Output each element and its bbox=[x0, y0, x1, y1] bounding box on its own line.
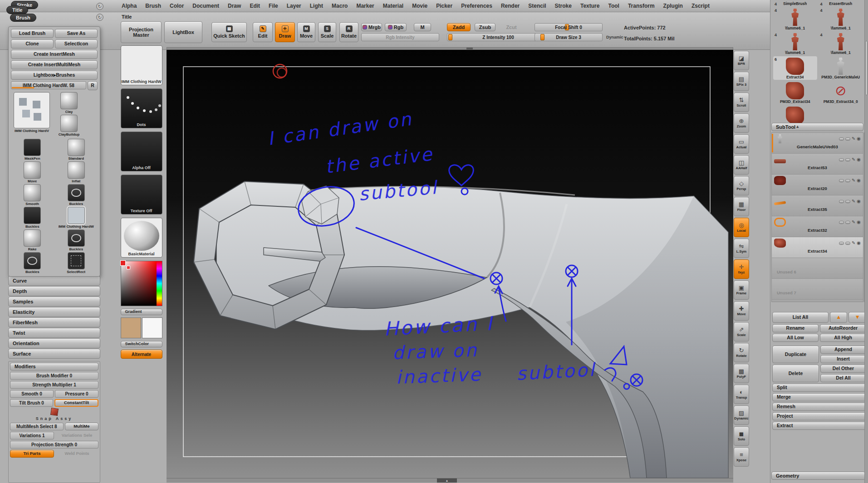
zsub-button[interactable]: Zsub bbox=[475, 23, 495, 31]
tool-item[interactable]: PM3D_Extract34 bbox=[773, 81, 817, 104]
shelf-button[interactable]: ⇅ Scroll bbox=[734, 93, 749, 112]
multimesh-select-slider[interactable]: MultiMesh Select 8 bbox=[10, 423, 64, 430]
subtool-row[interactable]: ✎ ◉ Unused 7 bbox=[772, 279, 863, 300]
menu-item[interactable]: Document bbox=[192, 3, 219, 9]
brush-item[interactable]: Buckles bbox=[56, 229, 96, 251]
eye-icon[interactable]: ◉ bbox=[857, 157, 861, 162]
move-button[interactable]: MMove bbox=[297, 22, 315, 42]
eye-icon[interactable]: ◉ bbox=[857, 241, 861, 245]
menu-item[interactable]: Draw bbox=[228, 3, 241, 9]
menu-item[interactable]: Tool bbox=[608, 3, 619, 9]
duplicate-button[interactable]: Duplicate bbox=[772, 346, 819, 363]
scale-button[interactable]: SScale bbox=[318, 22, 336, 42]
modifiers-header[interactable]: Modifiers bbox=[10, 363, 98, 371]
smooth-slider[interactable]: Smooth 0 bbox=[10, 390, 54, 398]
mrgb-button[interactable]: Mrgb bbox=[361, 23, 382, 31]
subtool-up-button[interactable]: ▲ bbox=[830, 312, 848, 323]
tool-item[interactable]: 4 \famme6_1 bbox=[819, 32, 863, 55]
section-header-button[interactable]: Surface bbox=[8, 349, 100, 359]
variations-select-button[interactable]: Variations Sele bbox=[55, 432, 98, 439]
shelf-button[interactable]: ▩ PolyF bbox=[734, 364, 749, 383]
shelf-button[interactable]: ⊕ Zoom bbox=[734, 113, 749, 133]
autoreorder-button[interactable]: AutoReorder bbox=[820, 324, 866, 332]
eye-icon[interactable]: ◉ bbox=[857, 137, 861, 141]
r-button[interactable]: R bbox=[88, 81, 98, 90]
tool-item[interactable]: 4 \famme6_1 bbox=[819, 7, 863, 31]
subtool-row[interactable]: ✎ ◉ Extract35 bbox=[772, 195, 863, 216]
canvas-bottom-scrollbar[interactable]: ▲ bbox=[167, 478, 733, 483]
menu-item[interactable]: Stencil bbox=[528, 3, 546, 9]
all-high-button[interactable]: All High bbox=[820, 334, 866, 342]
shelf-button[interactable]: ▦ Floor bbox=[734, 197, 749, 216]
menu-item[interactable]: Material bbox=[383, 3, 403, 9]
constant-tilt-button[interactable]: ConstantTilt bbox=[54, 399, 98, 407]
uv-toggle[interactable] bbox=[845, 179, 850, 182]
menu-item[interactable]: Zplugin bbox=[663, 3, 683, 9]
shelf-button[interactable]: ✛ fxyz bbox=[734, 259, 749, 279]
uv-toggle[interactable] bbox=[845, 137, 850, 141]
switchcolor-button[interactable]: SwitchColor bbox=[121, 341, 162, 347]
lightbox-brushes-button[interactable]: Lightbox▸Brushes bbox=[11, 71, 98, 80]
paint-icon[interactable]: ✎ bbox=[852, 241, 855, 245]
tilt-brush-slider[interactable]: Tilt Brush 0 bbox=[10, 399, 53, 407]
menu-item[interactable]: Texture bbox=[580, 3, 599, 9]
multimesh-button[interactable]: MultiMe bbox=[65, 423, 98, 430]
section-header-button[interactable]: Twist bbox=[8, 328, 100, 338]
panel-scrollbar[interactable] bbox=[864, 0, 868, 483]
all-low-button[interactable]: All Low bbox=[772, 334, 819, 342]
brush-item[interactable]: IMM Clothing HardW bbox=[56, 207, 96, 229]
uv-toggle[interactable] bbox=[845, 200, 850, 203]
scroll-handle[interactable] bbox=[466, 48, 473, 49]
paint-icon[interactable]: ✎ bbox=[852, 157, 855, 162]
gradient-toggle[interactable]: Gradient bbox=[121, 309, 162, 315]
draw-size-slider[interactable]: Draw Size 3 bbox=[535, 33, 603, 41]
shelf-button[interactable]: ◫ AAHalf bbox=[734, 155, 749, 175]
refresh-icon[interactable]: ↻ bbox=[96, 14, 103, 21]
shelf-button[interactable]: ◐ Transp bbox=[734, 385, 749, 404]
menu-item[interactable]: Transform bbox=[628, 3, 655, 9]
tool-item[interactable]: 4 SimpleBrush bbox=[773, 1, 817, 6]
menu-item[interactable]: Macro bbox=[332, 3, 348, 9]
project-button[interactable]: Project bbox=[772, 412, 866, 420]
snap-control[interactable]: Snap Assy bbox=[10, 408, 98, 421]
color-picker[interactable] bbox=[121, 261, 162, 306]
rgb-intensity-slider[interactable]: Rgb Intensity bbox=[361, 33, 439, 41]
create-insertmesh-button[interactable]: Create InsertMesh bbox=[11, 50, 98, 59]
current-material-thumb[interactable]: BasicMaterial bbox=[121, 218, 162, 258]
brush-modifier-slider[interactable]: Brush Modifier 0 bbox=[10, 372, 98, 380]
split-button[interactable]: Split bbox=[772, 384, 866, 392]
strength-multiplier-slider[interactable]: Strength Multiplier 1 bbox=[10, 381, 98, 389]
brush-item[interactable]: Smooth bbox=[12, 184, 52, 206]
m-button[interactable]: M bbox=[414, 23, 431, 31]
shelf-button[interactable]: ▨ Dynamic bbox=[734, 405, 749, 425]
menu-item[interactable]: Edit bbox=[250, 3, 260, 9]
current-texture-thumb[interactable]: Texture Off bbox=[121, 175, 162, 215]
rotate-button[interactable]: RRotate bbox=[339, 22, 358, 42]
del-other-button[interactable]: Del Other bbox=[820, 365, 866, 373]
subtool-row[interactable]: ✎ ◉ Extract32 bbox=[772, 216, 863, 237]
menu-item[interactable]: Preferences bbox=[461, 3, 492, 9]
polypaint-toggle[interactable] bbox=[839, 158, 844, 161]
save-as-button[interactable]: Save As bbox=[55, 29, 98, 38]
current-alpha-thumb[interactable]: Alpha Off bbox=[121, 132, 162, 171]
eye-icon[interactable]: ◉ bbox=[857, 199, 861, 204]
tool-item[interactable]: PM3D_Extract34_0 bbox=[819, 81, 863, 104]
brush-item[interactable]: Buckles bbox=[12, 252, 52, 274]
scroll-handle[interactable]: ▲ bbox=[437, 478, 457, 483]
brush-item[interactable]: Clay bbox=[55, 92, 83, 114]
section-header-button[interactable]: FiberMesh bbox=[8, 317, 100, 327]
rename-button[interactable]: Rename bbox=[772, 324, 819, 332]
shelf-button[interactable]: ⇗ Scale bbox=[734, 322, 749, 342]
shelf-button[interactable]: ⇋ L.Sym bbox=[734, 239, 749, 258]
rgb-button[interactable]: Rgb bbox=[385, 23, 407, 31]
subtool-row[interactable]: ✎ ◉ Extract53 bbox=[772, 154, 863, 175]
brush-item[interactable]: SelectRect bbox=[56, 252, 96, 274]
subtool-row[interactable]: ✎ ◉ Extract34 bbox=[772, 237, 863, 258]
zadd-button[interactable]: Zadd bbox=[447, 23, 471, 31]
brush-item[interactable]: Standard bbox=[56, 139, 96, 161]
tool-item[interactable]: PM3D_GenericMaleU bbox=[819, 56, 863, 80]
current-stroke-thumb[interactable]: Dots bbox=[121, 88, 162, 128]
paint-icon[interactable]: ✎ bbox=[852, 199, 855, 204]
shelf-button[interactable]: ◪ BPR bbox=[734, 51, 749, 70]
polypaint-toggle[interactable] bbox=[839, 137, 844, 141]
